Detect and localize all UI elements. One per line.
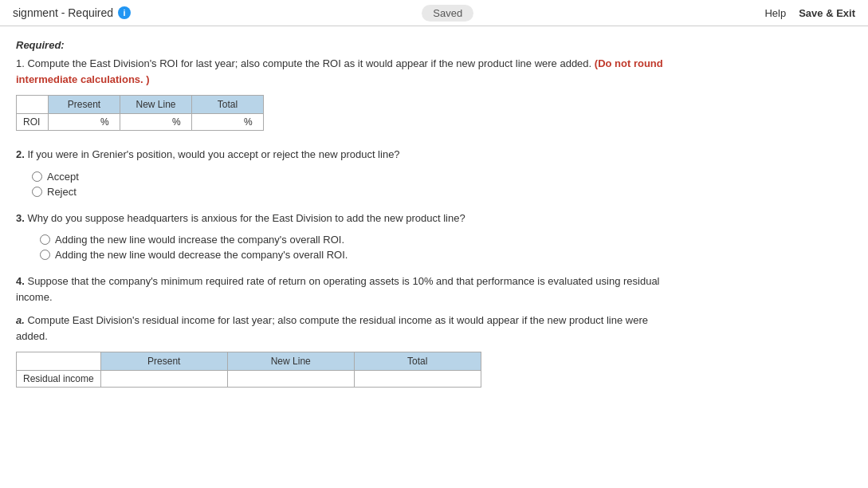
res-col-newline: New Line [227, 352, 354, 371]
res-newline-cell [227, 371, 354, 388]
q2-radio-accept[interactable] [32, 171, 42, 182]
required-label: Required: [16, 39, 670, 51]
res-present-cell [100, 371, 227, 388]
col-present: Present [49, 96, 120, 114]
q4-num: 4. [16, 275, 25, 287]
q3-options: Adding the new line would increase the c… [40, 234, 670, 261]
q2-reject-label: Reject [47, 186, 77, 198]
main-content: Required: 1. Compute the East Division's… [0, 26, 685, 416]
q3-radio-1[interactable] [40, 234, 50, 245]
col-total: Total [192, 96, 264, 114]
roi-label: ROI [17, 114, 49, 131]
info-icon[interactable]: i [118, 6, 131, 19]
q2-text: 2. If you were in Grenier's position, wo… [16, 147, 670, 163]
top-bar-left: signment - Required i [13, 6, 131, 19]
residual-table: Present New Line Total Residual income [16, 352, 481, 388]
q3-body: Why do you suppose headquarters is anxio… [27, 212, 465, 224]
top-bar-right: Help Save & Exit [764, 7, 855, 19]
q2-option-accept[interactable]: Accept [32, 171, 670, 183]
q4a-label: a. [16, 314, 25, 326]
q2-num: 2. [16, 148, 25, 160]
page-title: signment - Required [13, 6, 113, 19]
q3-text: 3. Why do you suppose headquarters is an… [16, 211, 670, 226]
col-newline: New Line [120, 96, 192, 114]
question-1: 1. Compute the East Division's ROI for l… [16, 56, 670, 131]
residual-row: Residual income [17, 371, 481, 388]
q2-accept-label: Accept [47, 171, 79, 183]
q4-text: 4. Suppose that the company's minimum re… [16, 274, 670, 305]
q4-body: Suppose that the company's minimum requi… [16, 275, 660, 303]
residual-label: Residual income [17, 371, 101, 388]
save-exit-button[interactable]: Save & Exit [799, 7, 855, 19]
q2-radio-reject[interactable] [32, 187, 42, 197]
q3-option-2[interactable]: Adding the new line would decrease the c… [40, 249, 670, 261]
res-col-total: Total [354, 352, 481, 371]
q2-option-reject[interactable]: Reject [32, 186, 670, 198]
q1-text: 1. Compute the East Division's ROI for l… [16, 56, 670, 87]
roi-present-cell: % [49, 114, 120, 131]
q3-label-2: Adding the new line would decrease the c… [55, 249, 348, 261]
q3-option-1[interactable]: Adding the new line would increase the c… [40, 234, 670, 246]
roi-table: Present New Line Total ROI % [16, 95, 264, 131]
q3-label-1: Adding the new line would increase the c… [55, 234, 344, 246]
q2-options: Accept Reject [32, 171, 670, 198]
res-newline-input[interactable] [228, 371, 354, 387]
q4a: a. Compute East Division's residual inco… [16, 313, 670, 388]
saved-badge: Saved [422, 5, 473, 22]
q3-num: 3. [16, 212, 25, 224]
pct-3: % [244, 116, 256, 128]
roi-newline-input[interactable] [120, 114, 172, 130]
q3-radio-2[interactable] [40, 250, 50, 260]
question-4: 4. Suppose that the company's minimum re… [16, 274, 670, 388]
roi-row: ROI % % [17, 114, 264, 131]
roi-total-input[interactable] [192, 114, 244, 130]
q1-body: 1. Compute the East Division's ROI for l… [16, 57, 591, 69]
pct-1: % [100, 116, 112, 128]
top-bar: signment - Required i Saved Help Save & … [0, 0, 868, 26]
q4a-body: Compute East Division's residual income … [16, 314, 648, 342]
res-present-input[interactable] [101, 371, 227, 387]
help-button[interactable]: Help [764, 7, 786, 19]
roi-present-input[interactable] [49, 114, 100, 130]
saved-status: Saved [422, 7, 473, 19]
res-total-cell [354, 371, 481, 388]
res-total-input[interactable] [355, 371, 481, 387]
question-2: 2. If you were in Grenier's position, wo… [16, 147, 670, 198]
roi-newline-cell: % [120, 114, 192, 131]
res-col-present: Present [100, 352, 227, 371]
question-3: 3. Why do you suppose headquarters is an… [16, 211, 670, 262]
q2-body: If you were in Grenier's position, would… [27, 148, 399, 160]
q4a-text: a. Compute East Division's residual inco… [16, 313, 670, 344]
pct-2: % [172, 116, 184, 128]
roi-total-cell: % [192, 114, 264, 131]
